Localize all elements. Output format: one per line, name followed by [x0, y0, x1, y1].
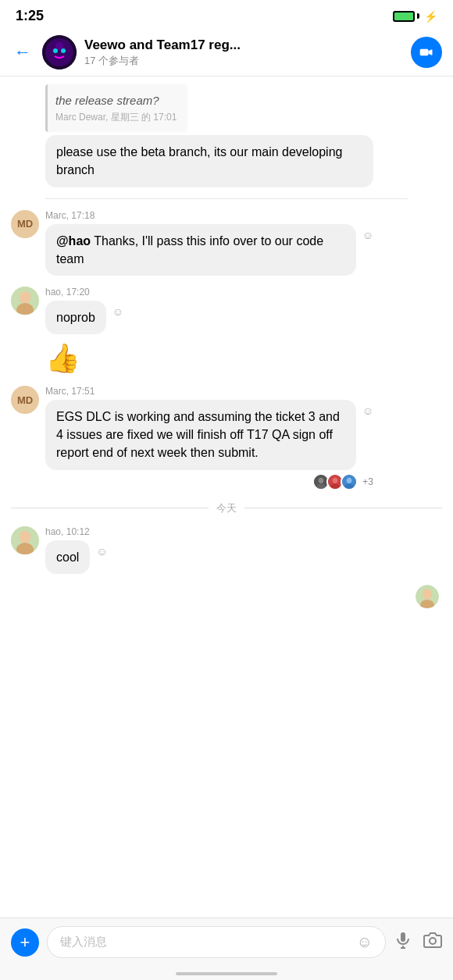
msg-group-4: MD Marc, 17:51 EGS DLC is working and as… — [11, 386, 442, 490]
battery-body — [393, 11, 415, 22]
back-button[interactable]: ← — [11, 39, 34, 66]
camera-button[interactable] — [423, 931, 442, 954]
home-indicator — [176, 972, 277, 975]
msg-group-2: MD Marc, 17:18 @hao Thanks, I'll pass th… — [11, 210, 442, 276]
msg-group-3: hao, 17:20 noprob ☺ 👍 — [11, 287, 442, 375]
svg-point-16 — [331, 483, 340, 490]
bubble-1b[interactable]: please use the beta branch, its our main… — [45, 135, 373, 187]
today-divider: 今天 — [11, 501, 442, 515]
message-input-field[interactable]: 键入消息 ☺ — [47, 926, 386, 958]
participant-count: 17 个参与者 — [84, 54, 403, 68]
status-icons: ⚡ — [393, 10, 437, 23]
bubble-5[interactable]: cool — [45, 540, 90, 574]
msg-meta-3: hao, 17:20 — [45, 287, 123, 298]
thumbsup-sticker: 👍 — [45, 342, 80, 375]
battery-icon — [393, 11, 419, 22]
msg-content-4: Marc, 17:51 EGS DLC is working and assum… — [45, 386, 373, 490]
input-actions — [394, 931, 442, 954]
msg-meta-5: hao, 10:12 — [45, 526, 108, 537]
chat-title: Veewo and Team17 reg... — [84, 37, 403, 53]
emoji-button[interactable]: ☺ — [357, 933, 373, 951]
emoji-reaction-5[interactable]: ☺ — [96, 545, 107, 558]
reactions-row: +3 — [45, 473, 373, 490]
microphone-button[interactable] — [394, 931, 412, 954]
bubble-1[interactable]: the release stream? Marc Dewar, 星期三 的 17… — [45, 84, 187, 132]
marc-avatar-1: MD — [11, 210, 39, 238]
svg-point-26 — [423, 589, 432, 600]
status-time: 1:25 — [16, 8, 44, 24]
hao-avatar-1 — [11, 287, 39, 315]
msg-content-5: hao, 10:12 cool ☺ — [45, 526, 108, 574]
svg-point-4 — [55, 42, 63, 50]
svg-rect-5 — [420, 49, 429, 55]
msg-content-3: hao, 17:20 noprob ☺ 👍 — [45, 287, 123, 375]
emoji-reaction-3[interactable]: ☺ — [112, 305, 123, 318]
hao-avatar-2 — [11, 526, 39, 554]
msg-row-5: hao, 10:12 cool ☺ — [11, 526, 442, 574]
msg-meta-2: Marc, 17:18 — [45, 210, 373, 221]
svg-point-18 — [347, 477, 352, 483]
group-avatar — [42, 35, 77, 69]
svg-point-23 — [20, 533, 24, 539]
video-call-button[interactable] — [411, 37, 442, 68]
video-icon — [419, 45, 434, 60]
svg-point-31 — [430, 938, 436, 944]
chat-area: the release stream? Marc Dewar, 星期三 的 17… — [0, 77, 453, 694]
add-button[interactable]: + — [11, 928, 39, 957]
battery-tip — [417, 13, 419, 19]
svg-point-24 — [26, 533, 30, 539]
msg-row-3: hao, 17:20 noprob ☺ 👍 — [11, 287, 442, 375]
svg-point-15 — [333, 477, 338, 483]
bubble-4[interactable]: EGS DLC is working and assuming the tick… — [45, 400, 356, 470]
msg-group-1: the release stream? Marc Dewar, 星期三 的 17… — [11, 84, 442, 187]
input-placeholder: 键入消息 — [60, 935, 351, 950]
emoji-reaction-4[interactable]: ☺ — [362, 404, 373, 417]
input-bar: + 键入消息 ☺ — [0, 918, 453, 980]
svg-point-19 — [345, 483, 354, 490]
svg-point-10 — [26, 293, 30, 299]
svg-point-13 — [317, 483, 326, 490]
msg-group-5: hao, 10:12 cool ☺ — [11, 526, 442, 574]
divider-line-1 — [45, 198, 408, 199]
bubble-2[interactable]: @hao Thanks, I'll pass this info over to… — [45, 224, 356, 276]
reaction-avatar-3 — [341, 473, 358, 490]
msg-content-1: the release stream? Marc Dewar, 星期三 的 17… — [45, 84, 373, 187]
marc-avatar-2: MD — [11, 386, 39, 414]
msg-row-2: MD Marc, 17:18 @hao Thanks, I'll pass th… — [11, 210, 442, 276]
emoji-reaction-2[interactable]: ☺ — [362, 229, 373, 241]
header-info: Veewo and Team17 reg... 17 个参与者 — [84, 37, 403, 68]
msg-content-2: Marc, 17:18 @hao Thanks, I'll pass this … — [45, 210, 373, 276]
reaction-count: +3 — [362, 476, 373, 487]
chat-header: ← Veewo and Team17 reg... 17 个参与者 — [0, 29, 453, 77]
bubble-3[interactable]: noprob — [45, 301, 106, 334]
today-label: 今天 — [216, 501, 237, 515]
bolt-icon: ⚡ — [424, 10, 437, 23]
quote-meta: Marc Dewar, 星期三 的 17:01 — [55, 111, 177, 124]
msg-row-4: MD Marc, 17:51 EGS DLC is working and as… — [11, 386, 442, 490]
svg-rect-28 — [401, 932, 405, 942]
quoted-text: the release stream? — [55, 92, 177, 109]
msg-meta-4: Marc, 17:51 — [45, 386, 373, 397]
status-bar: 1:25 ⚡ — [0, 0, 453, 29]
svg-point-9 — [20, 293, 24, 299]
msg-row-1: the release stream? Marc Dewar, 星期三 的 17… — [11, 84, 442, 187]
svg-point-12 — [319, 477, 324, 483]
